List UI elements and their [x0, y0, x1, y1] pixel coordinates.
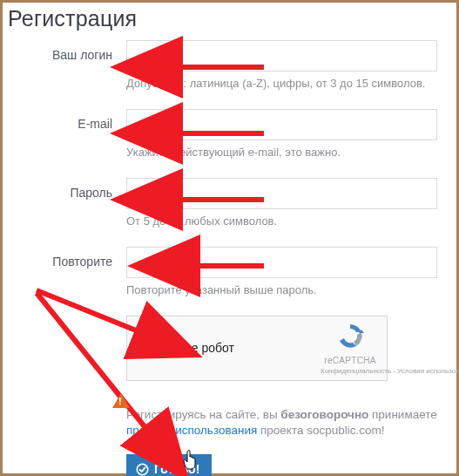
- label-login: Ваш логин: [4, 40, 126, 62]
- password-repeat-input[interactable]: [126, 247, 437, 278]
- submit-label: Готово!: [154, 462, 199, 476]
- email-input[interactable]: [126, 109, 437, 140]
- login-input[interactable]: [126, 40, 437, 71]
- hint-password: От 5 до 25 любых символов.: [126, 214, 437, 229]
- terms-text: Регистрируясь на сайте, вы безоговорочно…: [126, 407, 437, 439]
- hint-login: Допустимо: латиница (a-Z), цифры, от 3 д…: [126, 77, 437, 92]
- svg-point-1: [137, 464, 147, 474]
- terms-link[interactable]: правила использования: [126, 424, 257, 437]
- label-email: E-mail: [4, 109, 126, 131]
- row-email: E-mail Укажите действующий e-mail, это в…: [4, 109, 455, 176]
- row-password: Пароль От 5 до 25 любых символов.: [4, 178, 455, 245]
- page-title: Регистрация: [4, 1, 455, 40]
- recaptcha-checkmark-icon: [139, 337, 162, 359]
- hint-password-repeat: Повторите указанный выше пароль.: [126, 283, 437, 298]
- row-password-repeat: Повторите Повторите указанный выше парол…: [4, 247, 455, 314]
- label-password-repeat: Повторите: [4, 247, 126, 269]
- recaptcha-branding: reCAPTCHA Конфиденциальность - Условия и…: [321, 322, 380, 375]
- row-recaptcha: Я не робот reCAPTCHA Конфиденциальность …: [4, 316, 455, 476]
- password-input[interactable]: [126, 178, 437, 209]
- recaptcha-label: Я не робот: [172, 341, 234, 355]
- label-password: Пароль: [4, 178, 126, 200]
- hint-email: Укажите действующий e-mail, это важно.: [126, 146, 437, 160]
- recaptcha-logo-icon: [334, 322, 366, 351]
- recaptcha-widget[interactable]: Я не робот reCAPTCHA Конфиденциальность …: [126, 316, 388, 381]
- row-login: Ваш логин Допустимо: латиница (a-Z), циф…: [4, 40, 455, 107]
- submit-button[interactable]: Готово!: [126, 454, 212, 476]
- submit-check-icon: [136, 463, 149, 476]
